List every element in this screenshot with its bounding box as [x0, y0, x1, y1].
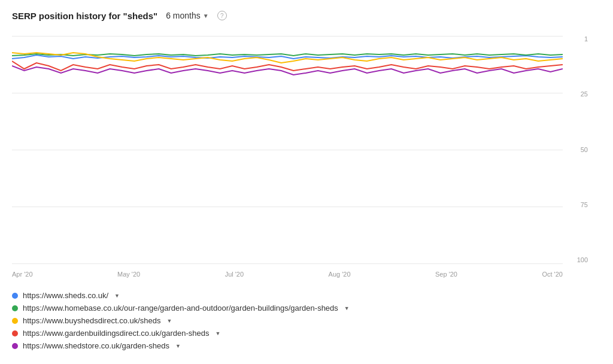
y-label-100: 100 — [577, 257, 588, 263]
legend-url-shedstore[interactable]: https://www.shedstore.co.uk/garden-sheds — [23, 341, 169, 350]
legend-item-sheds: https://www.sheds.co.uk/ ▼ — [12, 291, 601, 300]
legend: https://www.sheds.co.uk/ ▼ https://www.h… — [12, 291, 601, 350]
legend-url-buyshedsdirect[interactable]: https://www.buyshedsdirect.co.uk/sheds — [23, 316, 161, 325]
grid-line-100 — [12, 263, 563, 264]
legend-caret-homebase[interactable]: ▼ — [344, 305, 350, 311]
x-label-apr: Apr '20 — [12, 271, 33, 278]
legend-item-shedstore: https://www.shedstore.co.uk/garden-sheds… — [12, 341, 601, 350]
legend-url-gardenbuildingsdirect[interactable]: https://www.gardenbuildingsdirect.co.uk/… — [23, 329, 209, 338]
legend-caret-buyshedsdirect[interactable]: ▼ — [167, 318, 172, 324]
x-label-may: May '20 — [117, 271, 140, 278]
y-label-75: 75 — [581, 202, 588, 208]
period-selector-button[interactable]: 6 months ▼ — [163, 10, 211, 22]
period-label: 6 months — [166, 11, 201, 20]
x-label-oct: Oct '20 — [542, 271, 563, 278]
page-header: SERP position history for "sheds" 6 mont… — [12, 10, 601, 22]
caret-icon: ▼ — [203, 13, 209, 19]
chart-container: 1 25 50 75 100 Apr '20 May '20 Jul '20 A… — [12, 30, 593, 281]
legend-dot-sheds — [12, 293, 18, 299]
legend-dot-gardenbuildingsdirect — [12, 330, 18, 336]
x-label-aug: Aug '20 — [329, 271, 351, 278]
help-icon[interactable]: ? — [217, 11, 227, 20]
page-title: SERP position history for "sheds" — [12, 11, 157, 21]
legend-url-sheds[interactable]: https://www.sheds.co.uk/ — [23, 291, 108, 300]
line-homebase — [12, 54, 563, 56]
legend-item-buyshedsdirect: https://www.buyshedsdirect.co.uk/sheds ▼ — [12, 316, 601, 325]
y-label-50: 50 — [581, 147, 588, 153]
x-label-jul: Jul '20 — [225, 271, 244, 278]
legend-dot-buyshedsdirect — [12, 318, 18, 324]
y-label-25: 25 — [581, 91, 588, 98]
legend-url-homebase[interactable]: https://www.homebase.co.uk/our-range/gar… — [23, 304, 338, 313]
x-axis: Apr '20 May '20 Jul '20 Aug '20 Sep '20 … — [12, 267, 563, 281]
chart-area — [12, 36, 563, 263]
legend-dot-shedstore — [12, 343, 18, 349]
y-axis: 1 25 50 75 100 — [563, 36, 593, 263]
legend-caret-shedstore[interactable]: ▼ — [175, 343, 181, 349]
legend-item-homebase: https://www.homebase.co.uk/our-range/gar… — [12, 304, 601, 313]
legend-dot-homebase — [12, 305, 18, 311]
legend-caret-sheds[interactable]: ▼ — [114, 293, 120, 299]
x-label-sep: Sep '20 — [435, 271, 457, 278]
legend-caret-gardenbuildingsdirect[interactable]: ▼ — [215, 330, 220, 336]
chart-svg — [12, 36, 563, 263]
legend-item-gardenbuildingsdirect: https://www.gardenbuildingsdirect.co.uk/… — [12, 329, 601, 338]
y-label-1: 1 — [584, 36, 588, 43]
